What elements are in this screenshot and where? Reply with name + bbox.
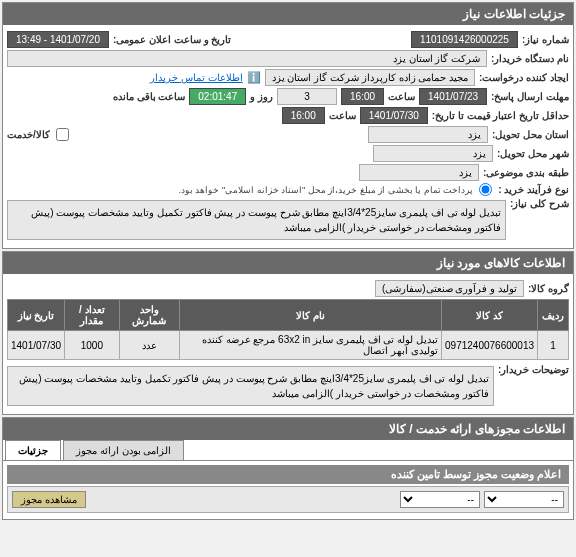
group-value: تولید و فرآوری صنعتی(سفارشی) [375, 280, 524, 297]
deadline-date: 1401/07/23 [419, 88, 487, 105]
cell-row: 1 [538, 331, 569, 360]
contact-link[interactable]: اطلاعات تماس خریدار [150, 72, 243, 83]
creator-value: مجید حمامی زاده کارپرداز شرکت گاز استان … [265, 69, 475, 86]
creator-label: ایجاد کننده درخواست: [479, 72, 569, 83]
tab-mandatory[interactable]: الزامی بودن ارائه مجوز [63, 440, 184, 460]
day-label: روز و [250, 91, 273, 102]
status-select-1[interactable]: -- [484, 491, 564, 508]
province-label: استان محل تحویل: [492, 129, 569, 140]
panel3-header: اطلاعات مجوزهای ارائه خدمت / کالا [3, 418, 573, 440]
panel1-header: جزئیات اطلاعات نیاز [3, 3, 573, 25]
status-header: اعلام وضعیت مجوز توسط تامین کننده [7, 465, 569, 484]
col-unit: واحد شمارش [119, 300, 179, 331]
tab-details[interactable]: جزئیات [5, 440, 61, 460]
tab-row: الزامی بودن ارائه مجوز جزئیات [3, 440, 573, 461]
panel2-header: اطلاعات کالاهای مورد نیاز [3, 252, 573, 274]
service-label: کالا/خدمت [7, 129, 50, 140]
purchase-type-radio[interactable] [479, 183, 492, 196]
deadline-label: مهلت ارسال پاسخ: [491, 91, 569, 102]
table-row[interactable]: 1 0971240076600013 تبدیل لوله تی اف پلیم… [8, 331, 569, 360]
col-name: نام کالا [179, 300, 441, 331]
buyer-value: شرکت گاز استان یزد [7, 50, 487, 67]
info-icon: ℹ️ [247, 71, 261, 84]
buyer-notes: تبدیل لوله تی اف پلیمری سایز25*3/4اینچ م… [7, 366, 494, 406]
remain-time: 02:01:47 [189, 88, 246, 105]
time-label1: ساعت [388, 91, 415, 102]
goods-table: ردیف کد کالا نام کالا واحد شمارش تعداد /… [7, 299, 569, 360]
validity-label: حداقل تاریخ اعتبار قیمت تا تاریخ: [432, 110, 569, 121]
need-details-panel: جزئیات اطلاعات نیاز شماره نیاز: 11010914… [2, 2, 574, 249]
cell-date: 1401/07/30 [8, 331, 65, 360]
col-code: کد کالا [442, 300, 538, 331]
validity-time: 16:00 [282, 107, 325, 124]
col-date: تاریخ نیاز [8, 300, 65, 331]
city-value: یزد [373, 145, 493, 162]
payment-note: پرداخت تمام یا بخشی از مبلغ خرید،از محل … [178, 185, 473, 195]
deadline-time: 16:00 [341, 88, 384, 105]
desc-text: تبدیل لوله تی اف پلیمری سایز25*3/4اینچ م… [7, 200, 506, 240]
cell-qty: 1000 [65, 331, 120, 360]
need-no-value: 1101091426000225 [411, 31, 518, 48]
validity-date: 1401/07/30 [360, 107, 428, 124]
group-label: گروه کالا: [528, 283, 569, 294]
cell-name: تبدیل لوله تی اف پلیمری سایز 63x2 in مرج… [179, 331, 441, 360]
purchase-type-label: نوع فرآیند خرید : [498, 184, 569, 195]
view-permit-button[interactable]: مشاهده مجوز [12, 491, 86, 508]
need-no-label: شماره نیاز: [522, 34, 569, 45]
budget-label: طبقه بندی موضوعی: [483, 167, 569, 178]
service-checkbox[interactable] [56, 128, 69, 141]
col-qty: تعداد / مقدار [65, 300, 120, 331]
time-label2: ساعت [329, 110, 356, 121]
budget-value: یزد [359, 164, 479, 181]
status-select-2[interactable]: -- [400, 491, 480, 508]
city-label: شهر محل تحویل: [497, 148, 569, 159]
buyer-notes-label: توضیحات خریدار: [498, 364, 569, 375]
desc-label: شرح کلی نیاز: [510, 198, 569, 209]
permits-panel: اطلاعات مجوزهای ارائه خدمت / کالا الزامی… [2, 417, 574, 520]
announce-label: تاریخ و ساعت اعلان عمومی: [113, 34, 231, 45]
buyer-label: نام دستگاه خریدار: [491, 53, 569, 64]
goods-info-panel: اطلاعات کالاهای مورد نیاز گروه کالا: تول… [2, 251, 574, 415]
cell-code: 0971240076600013 [442, 331, 538, 360]
announce-value: 1401/07/20 - 13:49 [7, 31, 109, 48]
table-header-row: ردیف کد کالا نام کالا واحد شمارش تعداد /… [8, 300, 569, 331]
remain-label: ساعت باقی مانده [113, 91, 186, 102]
col-row: ردیف [538, 300, 569, 331]
province-value: یزد [368, 126, 488, 143]
days-left: 3 [277, 88, 337, 105]
cell-unit: عدد [119, 331, 179, 360]
